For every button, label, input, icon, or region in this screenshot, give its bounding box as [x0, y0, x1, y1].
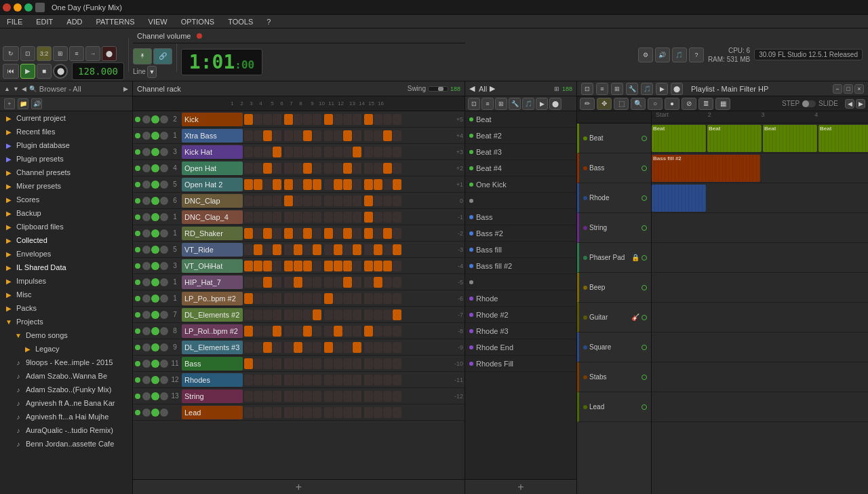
- step-7-10[interactable]: [343, 228, 352, 239]
- track-rec-1[interactable]: [642, 166, 647, 171]
- step-5-9[interactable]: [334, 195, 342, 206]
- browser-add[interactable]: +: [4, 98, 15, 109]
- step-9-2[interactable]: [263, 261, 272, 271]
- ch-solo-6[interactable]: [151, 213, 159, 221]
- step-17-12[interactable]: [364, 391, 373, 402]
- pattern-item-2[interactable]: Beat #3: [465, 144, 576, 160]
- channel-name-15[interactable]: Bass: [182, 357, 243, 370]
- step-16-6[interactable]: [303, 375, 312, 385]
- step-18-3[interactable]: [273, 407, 281, 418]
- ch-rec-5[interactable]: [160, 197, 168, 205]
- step-13-4[interactable]: [284, 326, 293, 337]
- step-2-3[interactable]: [273, 147, 281, 157]
- channel-name-11[interactable]: LP_Po..bpm #2: [182, 292, 243, 305]
- step-16-9[interactable]: [334, 375, 342, 385]
- pattern-item-0[interactable]: Beat: [465, 111, 576, 128]
- step-14-7[interactable]: [313, 342, 321, 353]
- step-0-1[interactable]: [254, 114, 262, 125]
- step-8-11[interactable]: [353, 244, 361, 255]
- track-rec-3[interactable]: [642, 225, 647, 231]
- step-1-1[interactable]: [254, 130, 262, 141]
- playlist-max[interactable]: □: [844, 84, 853, 94]
- ch-mute-15[interactable]: [142, 360, 151, 368]
- step-1-10[interactable]: [343, 130, 352, 141]
- step-14-15[interactable]: [393, 342, 401, 353]
- step-11-14[interactable]: [383, 293, 392, 304]
- pattern-tool7[interactable]: ⬤: [549, 98, 561, 110]
- step-0-6[interactable]: [303, 114, 312, 125]
- step-2-4[interactable]: [284, 147, 293, 157]
- step-9-10[interactable]: [343, 261, 352, 271]
- pattern-list-expand[interactable]: ⊞: [554, 86, 559, 92]
- step-5-6[interactable]: [303, 195, 312, 206]
- step-15-2[interactable]: [263, 358, 272, 369]
- browser-arrow[interactable]: ▶: [123, 86, 128, 92]
- step-12-12[interactable]: [364, 309, 373, 320]
- step-9-4[interactable]: [284, 261, 293, 271]
- step-4-0[interactable]: [244, 179, 253, 190]
- step-6-11[interactable]: [353, 212, 361, 223]
- sidebar-item-plugin-presets[interactable]: ▶Plugin presets: [0, 152, 132, 166]
- step-18-2[interactable]: [263, 407, 272, 418]
- step-0-5[interactable]: [294, 114, 302, 125]
- step-10-7[interactable]: [313, 277, 321, 288]
- step-13-11[interactable]: [353, 326, 361, 337]
- ch-solo-10[interactable]: [151, 278, 159, 286]
- step-15-5[interactable]: [294, 358, 302, 369]
- sidebar-item-current-project[interactable]: ▶Current project: [0, 111, 132, 125]
- step-0-2[interactable]: [263, 114, 272, 125]
- step-12-15[interactable]: [393, 309, 401, 320]
- step-11-5[interactable]: [294, 293, 302, 304]
- step-15-7[interactable]: [313, 358, 321, 369]
- step-8-6[interactable]: [303, 244, 312, 255]
- step-13-6[interactable]: [303, 326, 312, 337]
- channel-name-8[interactable]: VT_Ride: [182, 243, 243, 256]
- step-1-6[interactable]: [303, 130, 312, 141]
- sidebar-item-envelopes[interactable]: ▶Envelopes: [0, 247, 132, 261]
- step-5-14[interactable]: [383, 195, 392, 206]
- pl-draw[interactable]: ✏: [580, 98, 595, 110]
- ch-solo-3[interactable]: [151, 164, 159, 172]
- step-1-9[interactable]: [334, 130, 342, 141]
- step-6-5[interactable]: [294, 212, 302, 223]
- ch-solo-17[interactable]: [151, 392, 159, 400]
- clip-0-1[interactable]: Beat: [707, 125, 762, 152]
- step-3-5[interactable]: [294, 163, 302, 174]
- playlist-btn2[interactable]: ≡: [596, 83, 608, 95]
- step-6-6[interactable]: [303, 212, 312, 223]
- playlist-btn1[interactable]: ⊡: [581, 83, 593, 95]
- step-7-1[interactable]: [254, 228, 262, 239]
- pattern-item-13[interactable]: Rhode #3: [465, 323, 576, 339]
- ch-rec-18[interactable]: [160, 408, 168, 417]
- sidebar-item-backup[interactable]: ▶Backup: [0, 206, 132, 220]
- step-9-5[interactable]: [294, 261, 302, 271]
- step-4-13[interactable]: [374, 179, 382, 190]
- step-18-8[interactable]: [324, 407, 333, 418]
- step-15-6[interactable]: [303, 358, 312, 369]
- step-2-15[interactable]: [393, 147, 401, 157]
- sidebar-item-legacy[interactable]: ▶Legacy: [0, 342, 132, 356]
- channel-name-5[interactable]: DNC_Clap: [182, 194, 243, 208]
- pattern-item-5[interactable]: [465, 193, 576, 209]
- step-4-1[interactable]: [254, 179, 262, 190]
- step-15-4[interactable]: [284, 358, 293, 369]
- sidebar-item-demo-songs[interactable]: ▼Demo songs: [0, 328, 132, 342]
- step-4-2[interactable]: [263, 179, 272, 190]
- step-15-8[interactable]: [324, 358, 333, 369]
- ch-mute-16[interactable]: [142, 376, 151, 384]
- step-1-4[interactable]: [284, 130, 293, 141]
- browser-nav-up[interactable]: ▲: [4, 86, 10, 92]
- close-button[interactable]: [3, 3, 11, 12]
- step-10-10[interactable]: [343, 277, 352, 288]
- pattern-item-14[interactable]: Rhode End: [465, 339, 576, 356]
- clip-0-2[interactable]: Beat: [763, 125, 817, 152]
- step-2-13[interactable]: [374, 147, 382, 157]
- step-16-10[interactable]: [343, 375, 352, 385]
- step-9-12[interactable]: [364, 261, 373, 271]
- step-8-2[interactable]: [263, 244, 272, 255]
- pattern-item-10[interactable]: [465, 274, 576, 290]
- step-8-12[interactable]: [364, 244, 373, 255]
- ch-rec-15[interactable]: [160, 360, 168, 368]
- ch-mute-7[interactable]: [142, 229, 151, 238]
- step-8-14[interactable]: [383, 244, 392, 255]
